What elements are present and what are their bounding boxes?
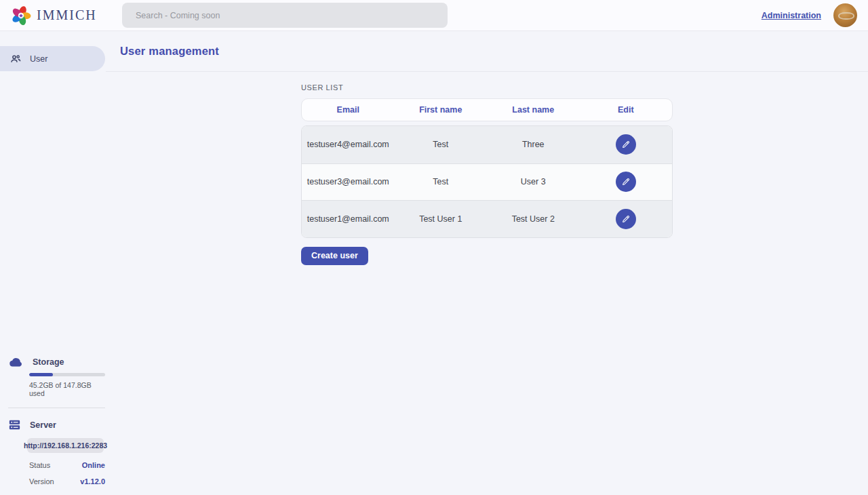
- server-icon: [9, 419, 20, 431]
- col-header-last-name: Last name: [487, 105, 580, 115]
- storage-section: Storage: [0, 357, 105, 368]
- immich-logo-icon: [11, 5, 31, 26]
- cloud-icon: [9, 357, 23, 368]
- cell-last-name: User 3: [487, 177, 580, 186]
- col-header-first-name: First name: [395, 105, 488, 115]
- sidebar-item-label: User: [30, 54, 47, 64]
- cell-email: testuser1@email.com: [302, 214, 395, 224]
- col-header-edit: Edit: [580, 105, 673, 115]
- user-table-header: Email First name Last name Edit: [301, 98, 673, 121]
- pencil-icon: [621, 214, 631, 224]
- sidebar: User Storage 45.2GB of 147.8GB used: [0, 31, 105, 495]
- brand-name: IMMICH: [37, 7, 97, 23]
- server-status-row: Status Online: [29, 461, 105, 469]
- main-panel: User management USER LIST Email First na…: [105, 31, 868, 495]
- edit-user-button[interactable]: [616, 172, 636, 192]
- main-body: USER LIST Email First name Last name Edi…: [106, 72, 868, 495]
- status-label: Status: [29, 461, 50, 469]
- sidebar-item-user[interactable]: User: [0, 46, 105, 71]
- table-row: testuser3@email.com Test User 3: [302, 163, 672, 201]
- col-header-email: Email: [302, 105, 395, 115]
- version-label: Version: [29, 477, 54, 486]
- cell-email: testuser4@email.com: [302, 140, 395, 149]
- edit-user-button[interactable]: [616, 209, 636, 229]
- status-value: Online: [82, 461, 105, 469]
- user-table: testuser4@email.com Test Three: [301, 125, 673, 238]
- page-title: User management: [120, 45, 219, 58]
- sidebar-divider: [8, 408, 105, 408]
- brand-home-link[interactable]: IMMICH: [11, 5, 97, 26]
- cell-first-name: Test User 1: [395, 214, 488, 224]
- immich-app: IMMICH Administration User: [0, 0, 868, 495]
- edit-user-button[interactable]: [616, 134, 636, 155]
- table-row: testuser4@email.com Test Three: [302, 126, 672, 163]
- server-version-row: Version v1.12.0: [29, 477, 105, 486]
- user-list-label: USER LIST: [301, 83, 673, 92]
- search-input[interactable]: [122, 3, 448, 28]
- cell-first-name: Test: [395, 140, 488, 149]
- cell-last-name: Three: [487, 140, 580, 149]
- version-value: v1.12.0: [80, 477, 105, 486]
- user-avatar[interactable]: [833, 3, 857, 27]
- main-header: User management: [106, 31, 868, 72]
- pencil-icon: [621, 177, 631, 186]
- server-title: Server: [30, 420, 56, 430]
- storage-usage-text: 45.2GB of 147.8GB used: [29, 381, 105, 397]
- users-group-icon: [10, 54, 21, 64]
- storage-title: Storage: [33, 357, 64, 367]
- navbar-right: Administration: [762, 3, 857, 27]
- create-user-button[interactable]: Create user: [301, 247, 368, 265]
- administration-link[interactable]: Administration: [762, 11, 821, 20]
- storage-progress-fill: [29, 373, 53, 376]
- storage-progress-bar: [29, 373, 105, 376]
- table-row: testuser1@email.com Test User 1 Test Use…: [302, 200, 672, 237]
- server-url-chip: http://192.168.1.216:2283: [27, 438, 104, 453]
- top-navbar: IMMICH Administration: [0, 0, 868, 31]
- cell-last-name: Test User 2: [487, 214, 580, 224]
- sidebar-bottom: Storage 45.2GB of 147.8GB used: [0, 357, 105, 495]
- server-section: Server: [0, 419, 105, 431]
- pencil-icon: [621, 140, 631, 149]
- cell-first-name: Test: [395, 177, 488, 186]
- cell-email: testuser3@email.com: [302, 177, 395, 186]
